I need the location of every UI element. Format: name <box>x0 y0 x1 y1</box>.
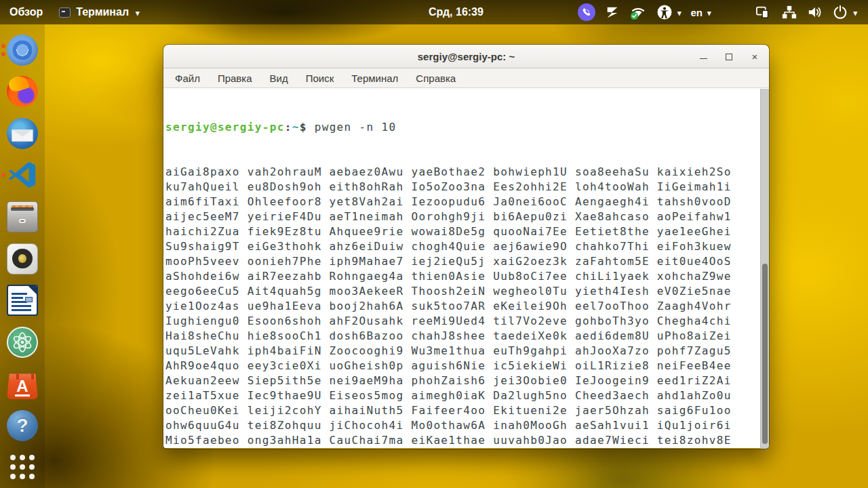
phone-icon <box>581 7 591 18</box>
dock-item-atom[interactable] <box>0 321 45 363</box>
password-row: Iughiengu0 Esoon6shoh ahF2Ousahk reeMi9U… <box>165 314 769 329</box>
atom-icon <box>7 327 38 358</box>
system-menu[interactable]: ▾ <box>833 5 857 20</box>
accessibility-menu[interactable]: ▾ <box>656 4 682 20</box>
password-row: eePhoh7aev eez1thieSh Toobo9ohc2 Diehama… <box>165 448 769 449</box>
dock-item-audio-player[interactable] <box>0 238 45 280</box>
password-grid: aiGai8paxo vah2ohrauM aebaez0Awu yaeBoth… <box>165 165 769 449</box>
power-icon <box>833 5 848 20</box>
volume-icon[interactable] <box>807 5 823 20</box>
language-menu[interactable]: en ▾ <box>690 7 711 18</box>
screen-share-icon[interactable] <box>755 5 772 20</box>
wifi-status-ok-icon[interactable] <box>629 4 647 20</box>
menu-file[interactable]: Файл <box>166 70 209 87</box>
top-bar: Обзор Терминал ▾ Срд, 16:39 <box>0 0 868 24</box>
password-row: zei1aT5xue Iec9thae9U Eiseos5mog aimegh0… <box>165 388 769 403</box>
password-row: eego6eeCu5 Ait4quah5g moo3AekeeR Thoosh2… <box>165 284 769 299</box>
terminal-icon <box>59 7 71 18</box>
password-row: mooPh5veev oonieh7Phe iph9Mahae7 iej2ieQ… <box>165 254 769 269</box>
activities-button[interactable]: Обзор <box>9 6 43 18</box>
dock: A ? <box>0 24 45 488</box>
chromium-icon <box>7 35 38 66</box>
show-applications-icon <box>10 455 35 479</box>
dock-item-firefox[interactable] <box>0 71 45 113</box>
dock-item-thunderbird[interactable] <box>0 113 45 155</box>
writer-document-icon <box>7 285 38 316</box>
language-indicator: en <box>690 7 703 18</box>
password-row: aim6fiTaxi Ohleefoor8 yet8Vah2ai Iezoopu… <box>165 195 769 209</box>
password-row: Aekuan2eew Siep5ith5e nei9aeM9ha phohZai… <box>165 373 769 388</box>
dock-item-ubuntu-software[interactable]: A <box>0 363 45 405</box>
vscode-icon <box>7 159 38 190</box>
dock-item-show-applications[interactable] <box>0 446 45 488</box>
clock[interactable]: Срд, 16:39 <box>429 0 484 24</box>
password-row: uqu5LeVahk iph4baiFiN Zoocooghi9 Wu3me1t… <box>165 344 769 359</box>
titlebar[interactable]: sergiy@sergiy-pc: ~ × <box>163 45 769 68</box>
password-row: Hai8sheChu hie8sooCh1 dosh6Bazoo chahJ8s… <box>165 329 769 344</box>
password-row: ooCheu0Kei leiji2cohY aihaiNuth5 Faifeer… <box>165 403 769 418</box>
ubuntu-software-icon: A <box>7 368 38 399</box>
terminal-window: sergiy@sergiy-pc: ~ × Файл Правка Вид По… <box>163 45 769 449</box>
password-row: AhR9oe4quo eey3cie0Xi uoGheish0p aguish6… <box>165 359 769 373</box>
minimize-button[interactable] <box>696 49 711 64</box>
dock-item-chromium[interactable] <box>0 29 45 71</box>
menu-search[interactable]: Поиск <box>297 70 343 87</box>
chevron-down-icon: ▾ <box>853 9 857 18</box>
close-button[interactable]: × <box>747 49 762 64</box>
password-row: Su9shaig9T eiGe3thohk ahz6eiDuiw chogh4Q… <box>165 239 769 254</box>
menu-edit[interactable]: Правка <box>209 70 261 87</box>
dock-item-file-cabinet[interactable] <box>0 196 45 238</box>
running-indicator <box>1 44 5 56</box>
chevron-down-icon: ▾ <box>136 9 140 18</box>
app-menu-terminal[interactable]: Терминал ▾ <box>59 6 139 18</box>
dock-item-help[interactable]: ? <box>0 405 45 447</box>
scrollbar-thumb[interactable] <box>762 264 768 444</box>
zigzag-icon[interactable] <box>605 5 620 20</box>
window-title: sergiy@sergiy-pc: ~ <box>163 51 769 62</box>
password-row: haichi2Zua fiek9Ez8tu Ahquee9rie wowai8D… <box>165 224 769 239</box>
password-row: aiGai8paxo vah2ohrauM aebaez0Awu yaeBoth… <box>165 165 769 180</box>
menu-terminal[interactable]: Терминал <box>342 70 407 87</box>
network-wired-icon[interactable] <box>781 5 797 20</box>
password-row: ku7ahQueil eu8Dosh9oh eith8ohRah Io5oZoo… <box>165 180 769 195</box>
file-cabinet-icon <box>7 201 38 232</box>
command-line: sergiy@sergiy-pc:~$ pwgen -n 10 <box>165 120 769 135</box>
menubar: Файл Правка Вид Поиск Терминал Справка <box>163 68 769 88</box>
password-row: aShohdei6w aiR7eezahb Rohngaeg4a thien0A… <box>165 269 769 284</box>
chevron-down-icon: ▾ <box>677 9 682 18</box>
dock-item-vscode[interactable] <box>0 155 45 197</box>
accessibility-icon <box>656 4 673 20</box>
app-menu-label: Терминал <box>76 6 129 18</box>
running-indicator <box>1 173 5 177</box>
maximize-button[interactable] <box>722 49 736 64</box>
terminal-content[interactable]: sergiy@sergiy-pc:~$ pwgen -n 10 aiGai8pa… <box>163 88 769 448</box>
password-row: aijec5eeM7 yeirieF4Du aeT1neimah Oorohgh… <box>165 209 769 224</box>
menu-help[interactable]: Справка <box>407 70 465 87</box>
firefox-icon <box>7 76 38 107</box>
dock-item-libreoffice-writer[interactable] <box>0 279 45 321</box>
viber-icon[interactable] <box>578 3 595 21</box>
menu-view[interactable]: Вид <box>261 70 297 87</box>
password-row: ohw6quuG4u tei8Zohquu jiChocoh4i Mo0otha… <box>165 418 769 433</box>
password-row: yie1Ooz4as ue9ha1Eeva booj2hah6A suk5too… <box>165 299 769 314</box>
speaker-icon <box>7 243 38 274</box>
chevron-down-icon: ▾ <box>707 9 711 18</box>
help-icon: ? <box>7 410 38 441</box>
scrollbar[interactable] <box>760 89 769 449</box>
thunderbird-icon <box>7 118 38 149</box>
command-text: pwgen -n 10 <box>307 121 397 134</box>
password-row: Mio5faebeo ong3ahHa1a CauChai7ma eiKae1t… <box>165 433 769 448</box>
